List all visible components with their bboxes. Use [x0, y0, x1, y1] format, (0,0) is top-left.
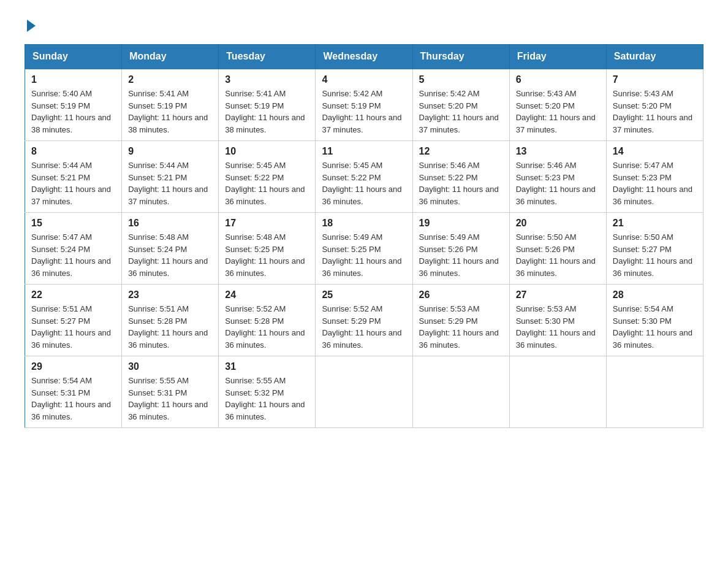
- sunset-label: Sunset: 5:25 PM: [225, 245, 284, 254]
- day-info: Sunrise: 5:47 AM Sunset: 5:23 PM Dayligh…: [613, 159, 697, 207]
- page-header: [25, 18, 703, 32]
- sunrise-label: Sunrise: 5:42 AM: [322, 89, 382, 98]
- logo-arrow-icon: [27, 20, 36, 32]
- day-info: Sunrise: 5:52 AM Sunset: 5:29 PM Dayligh…: [322, 303, 406, 351]
- day-info: Sunrise: 5:54 AM Sunset: 5:31 PM Dayligh…: [31, 375, 115, 423]
- daylight-label: Daylight: 11 hours and 38 minutes.: [31, 113, 111, 134]
- day-number: 4: [322, 74, 406, 85]
- day-info: Sunrise: 5:48 AM Sunset: 5:24 PM Dayligh…: [128, 231, 212, 279]
- daylight-label: Daylight: 11 hours and 36 minutes.: [419, 256, 499, 278]
- calendar-cell: 22 Sunrise: 5:51 AM Sunset: 5:27 PM Dayl…: [25, 285, 122, 356]
- day-info: Sunrise: 5:50 AM Sunset: 5:26 PM Dayligh…: [516, 231, 600, 279]
- calendar-cell: 3 Sunrise: 5:41 AM Sunset: 5:19 PM Dayli…: [219, 69, 316, 141]
- daylight-label: Daylight: 11 hours and 36 minutes.: [419, 185, 499, 206]
- sunrise-label: Sunrise: 5:45 AM: [322, 161, 382, 170]
- sunrise-label: Sunrise: 5:46 AM: [516, 161, 577, 170]
- sunrise-label: Sunrise: 5:52 AM: [322, 304, 382, 313]
- daylight-label: Daylight: 11 hours and 37 minutes.: [516, 113, 596, 134]
- sunset-label: Sunset: 5:21 PM: [31, 173, 90, 182]
- week-row-5: 29 Sunrise: 5:54 AM Sunset: 5:31 PM Dayl…: [25, 356, 703, 428]
- calendar-cell: 25 Sunrise: 5:52 AM Sunset: 5:29 PM Dayl…: [316, 285, 412, 356]
- sunrise-label: Sunrise: 5:55 AM: [128, 376, 189, 385]
- calendar-cell: 30 Sunrise: 5:55 AM Sunset: 5:31 PM Dayl…: [122, 356, 219, 428]
- sunrise-label: Sunrise: 5:44 AM: [31, 161, 92, 170]
- sunset-label: Sunset: 5:19 PM: [31, 101, 90, 110]
- day-number: 13: [516, 146, 600, 157]
- calendar-cell: 8 Sunrise: 5:44 AM Sunset: 5:21 PM Dayli…: [25, 141, 122, 213]
- day-number: 14: [613, 146, 697, 157]
- day-info: Sunrise: 5:49 AM Sunset: 5:26 PM Dayligh…: [419, 231, 503, 279]
- day-info: Sunrise: 5:55 AM Sunset: 5:32 PM Dayligh…: [225, 375, 309, 423]
- header-row: SundayMondayTuesdayWednesdayThursdayFrid…: [25, 45, 703, 69]
- daylight-label: Daylight: 11 hours and 36 minutes.: [128, 328, 208, 350]
- week-row-4: 22 Sunrise: 5:51 AM Sunset: 5:27 PM Dayl…: [25, 285, 703, 356]
- sunset-label: Sunset: 5:23 PM: [613, 173, 672, 182]
- sunrise-label: Sunrise: 5:48 AM: [128, 232, 189, 242]
- day-number: 30: [128, 361, 212, 372]
- daylight-label: Daylight: 11 hours and 36 minutes.: [419, 328, 499, 350]
- day-number: 2: [128, 74, 212, 85]
- daylight-label: Daylight: 11 hours and 37 minutes.: [31, 185, 111, 206]
- sunset-label: Sunset: 5:31 PM: [128, 388, 187, 397]
- sunset-label: Sunset: 5:25 PM: [322, 245, 381, 254]
- calendar-cell: 20 Sunrise: 5:50 AM Sunset: 5:26 PM Dayl…: [509, 213, 606, 285]
- header-saturday: Saturday: [606, 45, 703, 69]
- calendar-cell: 10 Sunrise: 5:45 AM Sunset: 5:22 PM Dayl…: [219, 141, 316, 213]
- day-info: Sunrise: 5:41 AM Sunset: 5:19 PM Dayligh…: [128, 88, 212, 136]
- week-row-2: 8 Sunrise: 5:44 AM Sunset: 5:21 PM Dayli…: [25, 141, 703, 213]
- calendar-cell: [412, 356, 509, 428]
- calendar-cell: 31 Sunrise: 5:55 AM Sunset: 5:32 PM Dayl…: [219, 356, 316, 428]
- day-info: Sunrise: 5:42 AM Sunset: 5:19 PM Dayligh…: [322, 88, 406, 136]
- sunset-label: Sunset: 5:32 PM: [225, 388, 284, 397]
- sunrise-label: Sunrise: 5:41 AM: [225, 89, 286, 98]
- day-info: Sunrise: 5:46 AM Sunset: 5:23 PM Dayligh…: [516, 159, 600, 207]
- day-info: Sunrise: 5:48 AM Sunset: 5:25 PM Dayligh…: [225, 231, 309, 279]
- day-number: 8: [31, 146, 115, 157]
- sunset-label: Sunset: 5:22 PM: [225, 173, 284, 182]
- daylight-label: Daylight: 11 hours and 37 minutes.: [419, 113, 499, 134]
- sunset-label: Sunset: 5:19 PM: [128, 101, 187, 110]
- daylight-label: Daylight: 11 hours and 36 minutes.: [225, 400, 305, 421]
- sunrise-label: Sunrise: 5:53 AM: [419, 304, 480, 313]
- sunrise-label: Sunrise: 5:49 AM: [419, 232, 480, 242]
- sunrise-label: Sunrise: 5:52 AM: [225, 304, 286, 313]
- calendar-cell: 24 Sunrise: 5:52 AM Sunset: 5:28 PM Dayl…: [219, 285, 316, 356]
- day-info: Sunrise: 5:43 AM Sunset: 5:20 PM Dayligh…: [516, 88, 600, 136]
- sunrise-label: Sunrise: 5:51 AM: [31, 304, 92, 313]
- day-info: Sunrise: 5:54 AM Sunset: 5:30 PM Dayligh…: [613, 303, 697, 351]
- calendar-cell: 19 Sunrise: 5:49 AM Sunset: 5:26 PM Dayl…: [412, 213, 509, 285]
- day-number: 17: [225, 218, 309, 229]
- day-number: 27: [516, 289, 600, 301]
- calendar-cell: 12 Sunrise: 5:46 AM Sunset: 5:22 PM Dayl…: [412, 141, 509, 213]
- daylight-label: Daylight: 11 hours and 36 minutes.: [225, 185, 305, 206]
- sunrise-label: Sunrise: 5:43 AM: [516, 89, 577, 98]
- daylight-label: Daylight: 11 hours and 36 minutes.: [613, 328, 692, 350]
- calendar-cell: 17 Sunrise: 5:48 AM Sunset: 5:25 PM Dayl…: [219, 213, 316, 285]
- day-number: 10: [225, 146, 309, 157]
- day-number: 19: [419, 218, 503, 229]
- sunrise-label: Sunrise: 5:47 AM: [613, 161, 673, 170]
- sunrise-label: Sunrise: 5:41 AM: [128, 89, 189, 98]
- sunrise-label: Sunrise: 5:50 AM: [613, 232, 673, 242]
- sunset-label: Sunset: 5:26 PM: [419, 245, 478, 254]
- sunset-label: Sunset: 5:19 PM: [225, 101, 284, 110]
- day-info: Sunrise: 5:44 AM Sunset: 5:21 PM Dayligh…: [31, 159, 115, 207]
- day-info: Sunrise: 5:51 AM Sunset: 5:27 PM Dayligh…: [31, 303, 115, 351]
- logo-general: [25, 18, 36, 32]
- sunset-label: Sunset: 5:29 PM: [322, 316, 381, 326]
- sunset-label: Sunset: 5:19 PM: [322, 101, 381, 110]
- day-number: 28: [613, 289, 697, 301]
- calendar-cell: 15 Sunrise: 5:47 AM Sunset: 5:24 PM Dayl…: [25, 213, 122, 285]
- header-wednesday: Wednesday: [316, 45, 412, 69]
- sunset-label: Sunset: 5:27 PM: [31, 316, 90, 326]
- sunset-label: Sunset: 5:30 PM: [613, 316, 672, 326]
- daylight-label: Daylight: 11 hours and 37 minutes.: [128, 185, 208, 206]
- sunrise-label: Sunrise: 5:44 AM: [128, 161, 189, 170]
- day-info: Sunrise: 5:47 AM Sunset: 5:24 PM Dayligh…: [31, 231, 115, 279]
- daylight-label: Daylight: 11 hours and 36 minutes.: [128, 256, 208, 278]
- day-info: Sunrise: 5:44 AM Sunset: 5:21 PM Dayligh…: [128, 159, 212, 207]
- day-info: Sunrise: 5:53 AM Sunset: 5:30 PM Dayligh…: [516, 303, 600, 351]
- week-row-1: 1 Sunrise: 5:40 AM Sunset: 5:19 PM Dayli…: [25, 69, 703, 141]
- daylight-label: Daylight: 11 hours and 36 minutes.: [516, 256, 596, 278]
- day-number: 11: [322, 146, 406, 157]
